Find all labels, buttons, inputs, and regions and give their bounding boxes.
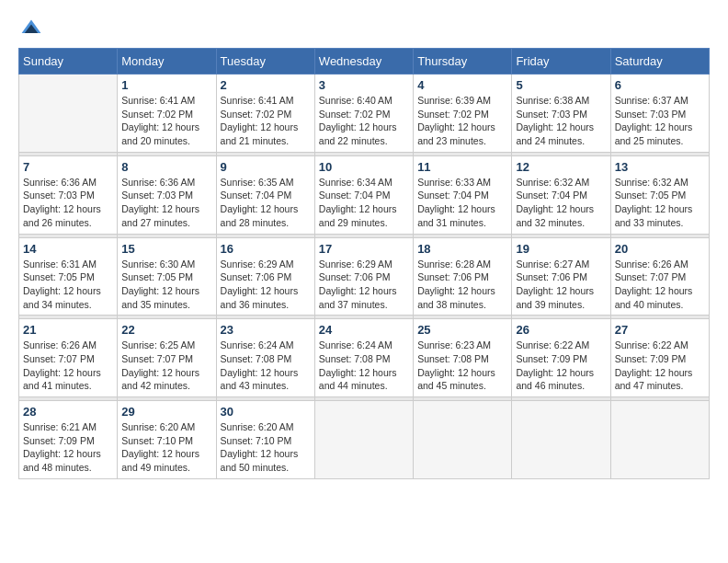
calendar-cell: 14 Sunrise: 6:31 AM Sunset: 7:05 PM Dayl… xyxy=(19,237,118,316)
daylight-minutes: and 24 minutes. xyxy=(516,135,585,146)
sunset-label: Sunset: 7:03 PM xyxy=(615,109,687,120)
sunset-label: Sunset: 7:06 PM xyxy=(417,271,489,282)
daylight-label: Daylight: 12 hours xyxy=(23,285,101,296)
logo-icon xyxy=(20,18,42,40)
daylight-label: Daylight: 12 hours xyxy=(516,121,594,132)
day-number: 10 xyxy=(319,160,409,174)
daylight-label: Daylight: 12 hours xyxy=(615,121,693,132)
daylight-label: Daylight: 12 hours xyxy=(221,121,299,132)
sunset-label: Sunset: 7:08 PM xyxy=(417,353,489,364)
day-number: 12 xyxy=(516,160,606,174)
header-monday: Monday xyxy=(118,49,216,75)
calendar-cell: 20 Sunrise: 6:26 AM Sunset: 7:07 PM Dayl… xyxy=(610,237,709,316)
sunrise-label: Sunrise: 6:29 AM xyxy=(319,259,392,270)
sunset-label: Sunset: 7:07 PM xyxy=(121,353,193,364)
calendar-cell: 28 Sunrise: 6:21 AM Sunset: 7:09 PM Dayl… xyxy=(19,401,118,479)
day-info: Sunrise: 6:29 AM Sunset: 7:06 PM Dayligh… xyxy=(319,258,409,312)
day-number: 27 xyxy=(615,323,705,337)
day-number: 23 xyxy=(221,323,311,337)
header-wednesday: Wednesday xyxy=(314,49,413,75)
day-info: Sunrise: 6:24 AM Sunset: 7:08 PM Dayligh… xyxy=(221,339,311,393)
calendar-week-row: 14 Sunrise: 6:31 AM Sunset: 7:05 PM Dayl… xyxy=(19,237,710,316)
header-sunday: Sunday xyxy=(19,49,118,75)
sunrise-label: Sunrise: 6:29 AM xyxy=(221,259,294,270)
daylight-label: Daylight: 12 hours xyxy=(615,203,693,214)
day-info: Sunrise: 6:38 AM Sunset: 7:03 PM Dayligh… xyxy=(516,94,606,148)
sunrise-label: Sunrise: 6:22 AM xyxy=(615,339,688,350)
daylight-minutes: and 34 minutes. xyxy=(23,299,92,310)
sunrise-label: Sunrise: 6:33 AM xyxy=(417,177,491,188)
header-tuesday: Tuesday xyxy=(216,49,314,75)
daylight-minutes: and 42 minutes. xyxy=(121,380,190,391)
calendar-week-row: 28 Sunrise: 6:21 AM Sunset: 7:09 PM Dayl… xyxy=(19,401,710,479)
calendar-cell xyxy=(19,75,118,153)
sunset-label: Sunset: 7:09 PM xyxy=(615,353,687,364)
sunset-label: Sunset: 7:05 PM xyxy=(615,190,687,201)
sunrise-label: Sunrise: 6:30 AM xyxy=(121,259,195,270)
daylight-minutes: and 26 minutes. xyxy=(23,217,92,228)
calendar-cell: 22 Sunrise: 6:25 AM Sunset: 7:07 PM Dayl… xyxy=(118,319,216,397)
daylight-label: Daylight: 12 hours xyxy=(121,203,199,214)
calendar-cell: 2 Sunrise: 6:41 AM Sunset: 7:02 PM Dayli… xyxy=(216,75,314,153)
sunrise-label: Sunrise: 6:20 AM xyxy=(121,421,195,432)
calendar-cell: 13 Sunrise: 6:32 AM Sunset: 7:05 PM Dayl… xyxy=(610,155,709,234)
day-info: Sunrise: 6:33 AM Sunset: 7:04 PM Dayligh… xyxy=(417,176,507,230)
day-number: 5 xyxy=(516,78,606,92)
day-number: 13 xyxy=(615,160,705,174)
sunrise-label: Sunrise: 6:21 AM xyxy=(23,421,97,432)
sunset-label: Sunset: 7:06 PM xyxy=(319,271,391,282)
day-info: Sunrise: 6:22 AM Sunset: 7:09 PM Dayligh… xyxy=(615,339,705,393)
day-info: Sunrise: 6:32 AM Sunset: 7:04 PM Dayligh… xyxy=(516,176,606,230)
daylight-label: Daylight: 12 hours xyxy=(23,203,101,214)
calendar-week-row: 1 Sunrise: 6:41 AM Sunset: 7:02 PM Dayli… xyxy=(19,75,710,153)
calendar-cell: 9 Sunrise: 6:35 AM Sunset: 7:04 PM Dayli… xyxy=(216,155,314,234)
daylight-label: Daylight: 12 hours xyxy=(121,121,199,132)
calendar-table: SundayMondayTuesdayWednesdayThursdayFrid… xyxy=(18,48,710,479)
header-friday: Friday xyxy=(512,49,610,75)
calendar-cell xyxy=(610,401,709,479)
day-info: Sunrise: 6:35 AM Sunset: 7:04 PM Dayligh… xyxy=(221,176,311,230)
calendar-cell: 18 Sunrise: 6:28 AM Sunset: 7:06 PM Dayl… xyxy=(414,237,512,316)
calendar-cell: 1 Sunrise: 6:41 AM Sunset: 7:02 PM Dayli… xyxy=(118,75,216,153)
daylight-minutes: and 49 minutes. xyxy=(121,462,190,473)
sunset-label: Sunset: 7:04 PM xyxy=(319,190,391,201)
daylight-minutes: and 28 minutes. xyxy=(221,217,290,228)
day-info: Sunrise: 6:37 AM Sunset: 7:03 PM Dayligh… xyxy=(615,94,705,148)
daylight-label: Daylight: 12 hours xyxy=(221,285,299,296)
sunrise-label: Sunrise: 6:20 AM xyxy=(221,421,294,432)
day-info: Sunrise: 6:41 AM Sunset: 7:02 PM Dayligh… xyxy=(121,94,211,148)
day-number: 29 xyxy=(121,405,211,419)
daylight-minutes: and 46 minutes. xyxy=(516,380,585,391)
calendar-header-row: SundayMondayTuesdayWednesdayThursdayFrid… xyxy=(19,49,710,75)
calendar-cell: 3 Sunrise: 6:40 AM Sunset: 7:02 PM Dayli… xyxy=(314,75,413,153)
calendar-cell: 5 Sunrise: 6:38 AM Sunset: 7:03 PM Dayli… xyxy=(512,75,610,153)
day-number: 9 xyxy=(221,160,311,174)
daylight-minutes: and 39 minutes. xyxy=(516,299,585,310)
day-info: Sunrise: 6:36 AM Sunset: 7:03 PM Dayligh… xyxy=(121,176,211,230)
daylight-minutes: and 44 minutes. xyxy=(319,380,388,391)
day-number: 11 xyxy=(417,160,507,174)
daylight-minutes: and 38 minutes. xyxy=(417,299,486,310)
day-number: 4 xyxy=(417,78,507,92)
day-info: Sunrise: 6:40 AM Sunset: 7:02 PM Dayligh… xyxy=(319,94,409,148)
day-number: 30 xyxy=(221,405,311,419)
daylight-minutes: and 32 minutes. xyxy=(516,217,585,228)
calendar-cell: 10 Sunrise: 6:34 AM Sunset: 7:04 PM Dayl… xyxy=(314,155,413,234)
sunset-label: Sunset: 7:08 PM xyxy=(221,353,292,364)
sunrise-label: Sunrise: 6:36 AM xyxy=(121,177,195,188)
sunrise-label: Sunrise: 6:24 AM xyxy=(319,339,392,350)
day-info: Sunrise: 6:22 AM Sunset: 7:09 PM Dayligh… xyxy=(516,339,606,393)
sunset-label: Sunset: 7:03 PM xyxy=(121,190,193,201)
daylight-label: Daylight: 12 hours xyxy=(615,367,693,378)
sunrise-label: Sunrise: 6:22 AM xyxy=(516,339,589,350)
day-number: 26 xyxy=(516,323,606,337)
daylight-label: Daylight: 12 hours xyxy=(417,367,495,378)
day-info: Sunrise: 6:25 AM Sunset: 7:07 PM Dayligh… xyxy=(121,339,211,393)
daylight-minutes: and 41 minutes. xyxy=(23,380,92,391)
sunrise-label: Sunrise: 6:41 AM xyxy=(221,95,294,106)
daylight-minutes: and 37 minutes. xyxy=(319,299,388,310)
daylight-label: Daylight: 12 hours xyxy=(121,448,199,459)
day-info: Sunrise: 6:39 AM Sunset: 7:02 PM Dayligh… xyxy=(417,94,507,148)
day-info: Sunrise: 6:20 AM Sunset: 7:10 PM Dayligh… xyxy=(121,420,211,475)
day-number: 8 xyxy=(121,160,211,174)
